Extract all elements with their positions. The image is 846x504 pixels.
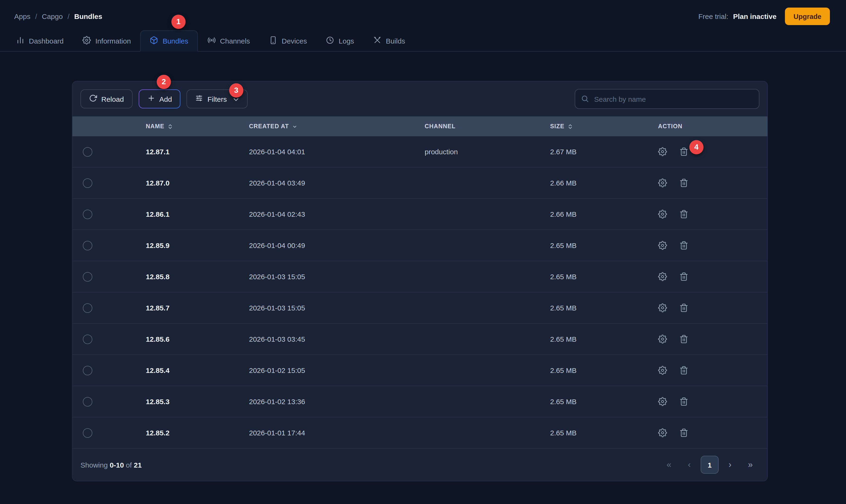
settings-icon[interactable] [658, 428, 667, 437]
settings-icon[interactable] [658, 147, 667, 156]
header-name[interactable]: NAME [146, 123, 249, 130]
filters-label: Filters [208, 95, 227, 103]
tab-bundles[interactable]: Bundles [140, 30, 198, 52]
header-action-label: ACTION [658, 123, 683, 130]
sort-both-icon [167, 123, 173, 129]
row-checkbox[interactable] [83, 241, 92, 250]
next-page-button[interactable]: › [721, 456, 739, 474]
trash-icon[interactable] [680, 303, 688, 312]
tab-label: Devices [282, 37, 307, 45]
trash-icon[interactable] [680, 272, 688, 281]
bundle-created-at: 2026-01-03 15:05 [249, 273, 425, 281]
clock-icon [326, 36, 334, 46]
header-size[interactable]: SIZE [550, 123, 658, 130]
settings-icon[interactable] [658, 241, 667, 250]
trash-icon[interactable] [680, 210, 688, 219]
tab-dashboard[interactable]: Dashboard [7, 30, 73, 52]
tab-channels[interactable]: Channels [198, 30, 260, 52]
bundle-name[interactable]: 12.87.1 [146, 148, 249, 156]
bundle-size: 2.65 MB [550, 304, 658, 312]
table-row: 12.86.1 2026-01-04 02:43 2.66 MB [72, 199, 768, 230]
page-1-button[interactable]: 1 [701, 456, 719, 474]
bundle-name[interactable]: 12.85.4 [146, 366, 249, 374]
header-channel: CHANNEL [425, 123, 550, 130]
breadcrumb-capgo[interactable]: Capgo [42, 12, 63, 20]
last-page-button[interactable]: » [741, 456, 759, 474]
table-row: 12.85.3 2026-01-02 13:36 2.65 MB [72, 386, 768, 417]
trash-icon[interactable] [680, 178, 688, 187]
tab-label: Information [95, 37, 131, 45]
row-actions [658, 241, 768, 250]
settings-icon[interactable] [658, 210, 667, 219]
search-input[interactable] [575, 89, 759, 109]
showing-range: 0-10 [110, 461, 124, 469]
bundle-name[interactable]: 12.85.7 [146, 304, 249, 312]
bundle-created-at: 2026-01-02 15:05 [249, 366, 425, 374]
row-checkbox[interactable] [83, 147, 92, 157]
of-label: of [126, 461, 132, 469]
row-checkbox[interactable] [83, 210, 92, 219]
row-checkbox[interactable] [83, 178, 92, 187]
trash-icon[interactable] [680, 397, 688, 406]
prev-page-button[interactable]: ‹ [680, 456, 698, 474]
bundle-name[interactable]: 12.87.0 [146, 179, 249, 187]
bundle-name[interactable]: 12.86.1 [146, 210, 249, 218]
row-checkbox[interactable] [83, 303, 92, 312]
header-size-label: SIZE [550, 123, 564, 130]
row-checkbox[interactable] [83, 334, 92, 344]
row-checkbox[interactable] [83, 397, 92, 406]
bundle-name[interactable]: 12.85.8 [146, 273, 249, 281]
header-created-label: CREATED AT [249, 123, 289, 130]
trash-icon[interactable] [680, 147, 688, 156]
row-actions [658, 397, 768, 406]
tools-icon [373, 36, 382, 46]
search-container [575, 89, 759, 109]
package-icon [150, 36, 158, 46]
settings-icon[interactable] [658, 366, 667, 375]
trash-icon[interactable] [680, 335, 688, 344]
row-checkbox[interactable] [83, 272, 92, 281]
trash-icon[interactable] [680, 241, 688, 250]
settings-icon[interactable] [658, 272, 667, 281]
header-created-at[interactable]: CREATED AT [249, 123, 425, 130]
trash-icon[interactable] [680, 428, 688, 437]
upgrade-button[interactable]: Upgrade [785, 7, 830, 25]
tab-builds[interactable]: Builds [364, 30, 415, 52]
bundle-size: 2.65 MB [550, 397, 658, 406]
top-bar: Apps / Capgo / Bundles Free trial: Plan … [0, 0, 846, 25]
smartphone-icon [269, 36, 278, 46]
tab-label: Logs [339, 37, 354, 45]
first-page-button[interactable]: « [660, 456, 678, 474]
bundle-name[interactable]: 12.85.9 [146, 241, 249, 249]
add-button[interactable]: Add [139, 89, 180, 108]
tab-logs[interactable]: Logs [316, 30, 364, 52]
trash-icon[interactable] [680, 366, 688, 375]
sliders-icon [195, 94, 203, 104]
settings-icon[interactable] [658, 178, 667, 187]
bundle-size: 2.66 MB [550, 179, 658, 187]
annotation-badge-4: 4 [689, 140, 704, 154]
row-checkbox[interactable] [83, 428, 92, 437]
row-actions [658, 210, 768, 219]
refresh-icon [89, 94, 97, 104]
row-checkbox[interactable] [83, 365, 92, 375]
settings-icon[interactable] [658, 397, 667, 406]
bundle-name[interactable]: 12.85.2 [146, 429, 249, 437]
bundle-name[interactable]: 12.85.6 [146, 335, 249, 343]
breadcrumb-apps[interactable]: Apps [14, 12, 30, 20]
settings-icon[interactable] [658, 303, 667, 312]
table-body: 12.87.1 2026-01-04 04:01 production 2.67… [72, 136, 768, 449]
table-footer: Showing 0-10 of 21 « ‹ 1 › » [72, 449, 768, 481]
annotation-badge-3: 3 [229, 83, 243, 97]
settings-icon[interactable] [658, 335, 667, 344]
tab-information[interactable]: Information [73, 30, 140, 52]
row-actions [658, 366, 768, 375]
reload-button[interactable]: Reload [81, 89, 132, 108]
bundle-created-at: 2026-01-03 15:05 [249, 304, 425, 312]
annotation-badge-2: 2 [157, 75, 171, 89]
bundle-name[interactable]: 12.85.3 [146, 397, 249, 406]
bar-chart-icon [16, 36, 24, 46]
tab-label: Channels [220, 37, 250, 45]
plus-icon [147, 94, 155, 104]
tab-devices[interactable]: Devices [260, 30, 316, 52]
